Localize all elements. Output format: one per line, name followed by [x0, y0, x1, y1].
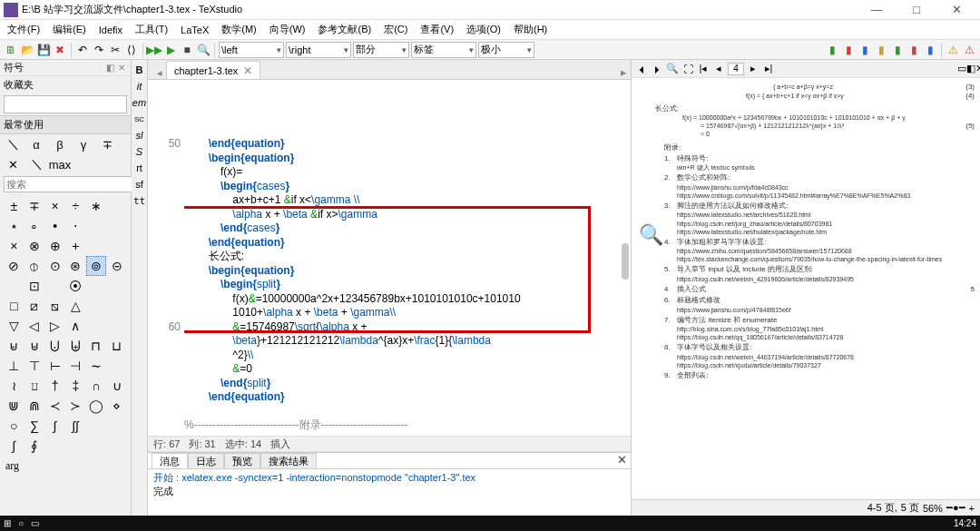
- preview-close-icon[interactable]: ✕: [975, 63, 981, 75]
- code-icon[interactable]: ⟨⟩: [124, 43, 139, 57]
- symbol-item[interactable]: [106, 416, 127, 436]
- symbol-item[interactable]: ⊔: [106, 336, 127, 356]
- menu-item[interactable]: 文件(F): [4, 23, 44, 36]
- left-bracket-combo[interactable]: \left: [219, 42, 284, 58]
- symbol-item[interactable]: ÷: [65, 196, 86, 216]
- symbol-item[interactable]: ∓: [100, 138, 114, 152]
- prev-page-icon[interactable]: ◂: [712, 63, 725, 75]
- symbol-item[interactable]: ∩: [86, 376, 107, 396]
- symbol-item[interactable]: α: [29, 138, 44, 152]
- symbol-item[interactable]: ⊌: [4, 336, 24, 356]
- symbol-item[interactable]: ⋅: [65, 216, 86, 236]
- stop-icon[interactable]: ■: [180, 43, 194, 57]
- symbol-item[interactable]: ⦶: [24, 256, 45, 276]
- messages-close-icon[interactable]: ✕: [617, 453, 627, 467]
- symbol-item[interactable]: β: [53, 138, 67, 152]
- zoom-in-icon[interactable]: +: [969, 503, 975, 514]
- symbol-item[interactable]: ⊗: [24, 236, 45, 256]
- menu-item[interactable]: 宏(C): [380, 23, 411, 36]
- code-editor[interactable]: 5060 \end{equation} \begin{equation} f(x…: [148, 80, 631, 436]
- symbol-item[interactable]: [44, 436, 65, 456]
- symbol-item[interactable]: ⦿: [65, 276, 86, 296]
- symbol-item[interactable]: [44, 276, 65, 296]
- menu-item[interactable]: 选项(O): [463, 23, 505, 36]
- flag4-icon[interactable]: ▮: [874, 43, 888, 57]
- start-icon[interactable]: ⊞: [4, 518, 11, 528]
- zoom-icon[interactable]: 🔍: [666, 63, 679, 75]
- bold-icon[interactable]: B: [132, 64, 147, 76]
- messages-tab[interactable]: 预览: [224, 453, 260, 468]
- fit-icon[interactable]: ⛶: [681, 63, 694, 75]
- symbol-item[interactable]: ∫: [44, 416, 65, 436]
- symbol-item[interactable]: ◯: [86, 396, 107, 416]
- symbol-item[interactable]: ▽: [4, 316, 24, 336]
- tt-icon[interactable]: tt: [132, 194, 147, 207]
- symbol-item[interactable]: ⊕: [44, 236, 65, 256]
- menu-item[interactable]: 参考文献(B): [314, 23, 375, 36]
- close-file-icon[interactable]: ✖: [53, 43, 67, 57]
- pdf-page[interactable]: 🔍 { a+b=c a+β=γ x+y=z(3)f(x) = { ax+b+c+…: [632, 78, 980, 499]
- flag1-icon[interactable]: ▮: [825, 43, 839, 57]
- new-icon[interactable]: 🗎: [4, 43, 18, 57]
- tab-next-icon[interactable]: ▸: [617, 65, 631, 79]
- menu-item[interactable]: 向导(W): [266, 23, 309, 36]
- error-icon[interactable]: ⚠: [962, 43, 976, 57]
- symbol-item[interactable]: ∓: [24, 196, 45, 216]
- symbol-item[interactable]: [106, 196, 127, 216]
- symbol-arg[interactable]: arg: [0, 457, 131, 475]
- menu-item[interactable]: 编辑(E): [49, 23, 90, 36]
- symbol-item[interactable]: [106, 216, 127, 236]
- symbol-item[interactable]: ∧: [65, 316, 86, 336]
- redo-icon[interactable]: ↷: [92, 43, 106, 57]
- taskview-icon[interactable]: ▭: [31, 518, 39, 528]
- code-area[interactable]: \end{equation} \begin{equation} f(x)= \b…: [184, 80, 631, 436]
- symbol-item[interactable]: ○: [4, 416, 24, 436]
- os-taskbar[interactable]: ⊞ ○ ▭ 14:24: [0, 516, 980, 531]
- symbol-item[interactable]: [106, 356, 127, 376]
- first-page-icon[interactable]: |◂: [697, 63, 710, 75]
- symbol-item[interactable]: ＼: [29, 156, 44, 172]
- symbol-item[interactable]: ＼: [5, 136, 20, 152]
- magnifier-icon[interactable]: 🔍: [639, 223, 663, 247]
- symbol-item[interactable]: ✕: [5, 158, 20, 172]
- symbol-item[interactable]: ∼: [86, 356, 107, 376]
- symbol-item[interactable]: ⧄: [24, 296, 45, 316]
- symbol-item[interactable]: [106, 436, 127, 456]
- search-icon[interactable]: ○: [18, 518, 24, 528]
- symbol-item[interactable]: ⨿: [24, 376, 45, 396]
- undo-icon[interactable]: ↶: [75, 43, 90, 57]
- symbol-item[interactable]: ≻: [65, 396, 86, 416]
- symbol-item[interactable]: ⊛: [65, 256, 86, 276]
- symbol-item[interactable]: ⊢: [44, 356, 65, 376]
- flag2-icon[interactable]: ▮: [841, 43, 856, 57]
- symbol-item[interactable]: ⨄: [65, 336, 86, 356]
- flag3-icon[interactable]: ▮: [858, 43, 872, 57]
- symbol-item[interactable]: [106, 316, 127, 336]
- symbol-item[interactable]: ∪: [106, 376, 127, 396]
- symbol-item[interactable]: □: [4, 296, 24, 316]
- flag6-icon[interactable]: ▮: [906, 43, 921, 57]
- close-button[interactable]: ✕: [936, 0, 976, 20]
- symbol-item[interactable]: max: [53, 158, 67, 172]
- symbol-item[interactable]: •: [44, 216, 65, 236]
- symbol-item[interactable]: [106, 236, 127, 256]
- menu-item[interactable]: LaTeX: [177, 25, 212, 35]
- back-icon[interactable]: ⏴: [635, 63, 648, 75]
- fwd-icon[interactable]: ⏵: [651, 63, 663, 75]
- symbol-item[interactable]: [106, 276, 127, 296]
- symbol-item[interactable]: ≀: [4, 376, 24, 396]
- italic-icon[interactable]: it: [132, 80, 147, 93]
- symbol-item[interactable]: +: [65, 236, 86, 256]
- sc-icon[interactable]: SC: [132, 113, 147, 125]
- symbol-item[interactable]: ⊓: [86, 336, 107, 356]
- symbol-item[interactable]: ‡: [65, 376, 86, 396]
- menu-item[interactable]: Idefix: [95, 25, 126, 35]
- cut-icon[interactable]: ✂: [108, 43, 122, 57]
- favorites-box[interactable]: [4, 95, 127, 113]
- float-icon[interactable]: ◧: [966, 63, 975, 75]
- symbol-item[interactable]: γ: [76, 138, 91, 152]
- symbol-item[interactable]: ∫∫: [65, 416, 86, 436]
- symbol-item[interactable]: [86, 416, 107, 436]
- symbol-item[interactable]: ⧅: [44, 296, 65, 316]
- symbol-item[interactable]: ⋆: [4, 216, 24, 236]
